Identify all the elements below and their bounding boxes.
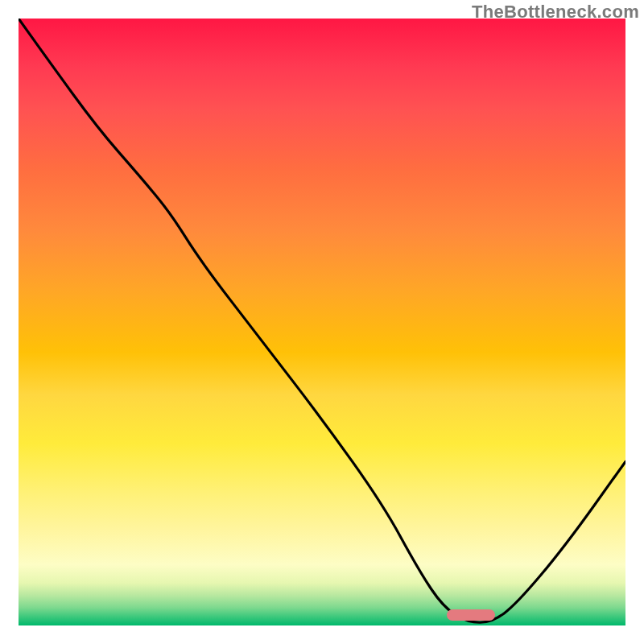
plot-area bbox=[19, 19, 625, 625]
curve-svg bbox=[19, 19, 625, 625]
chart-container: TheBottleneck.com bbox=[0, 0, 644, 644]
bottleneck-curve-path bbox=[19, 19, 625, 622]
optimal-range-marker bbox=[447, 609, 495, 621]
